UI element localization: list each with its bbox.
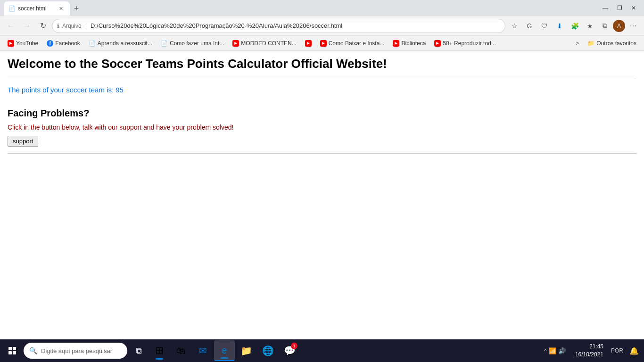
taskbar-app-whatsapp[interactable]: 💬 1 bbox=[279, 340, 300, 361]
bookmark-facebook[interactable]: f Facebook bbox=[43, 39, 84, 48]
title-bar: 📄 soccer.html ✕ + — ❐ ✕ bbox=[0, 0, 644, 16]
volume-icon[interactable]: 🔊 bbox=[558, 347, 566, 354]
bookmark-como-fazer[interactable]: 📄 Como fazer uma Int... bbox=[157, 39, 228, 48]
points-label: The points of your soccer team is: bbox=[8, 86, 114, 94]
title-bar-controls: — ❐ ✕ bbox=[599, 1, 640, 15]
explorer-icon: ⊞ bbox=[155, 345, 164, 357]
language-indicator: POR bbox=[609, 347, 625, 354]
clock-date: 16/10/2021 bbox=[575, 351, 603, 359]
address-separator: | bbox=[85, 22, 87, 29]
files-icon: 📁 bbox=[240, 345, 252, 356]
profile-icon[interactable]: A bbox=[613, 20, 625, 32]
support-button[interactable]: support bbox=[8, 136, 38, 147]
bookmark-aprenda[interactable]: 📄 Aprenda a ressuscit... bbox=[85, 39, 156, 48]
taskbar-right: ^ 📶 🔊 21:45 16/10/2021 POR 🔔 bbox=[540, 341, 641, 360]
edge-icon: e bbox=[222, 345, 227, 356]
back-button[interactable]: ← bbox=[4, 19, 18, 33]
youtube-icon bbox=[434, 40, 441, 47]
start-button[interactable] bbox=[3, 341, 22, 360]
page-heading: Welcome to the Soccer Teams Points Calcu… bbox=[8, 57, 636, 71]
search-placeholder: Digite aqui para pesquisar bbox=[41, 347, 112, 354]
bookmark-label: Biblioteca bbox=[401, 40, 426, 47]
collections-icon[interactable]: G bbox=[522, 19, 537, 33]
bookmark-modded[interactable]: MODDED CONTEN... bbox=[229, 39, 300, 48]
favorites-icon[interactable]: ☆ bbox=[507, 19, 521, 33]
youtube-icon bbox=[232, 40, 239, 47]
windows-icon bbox=[8, 347, 16, 354]
new-tab-button[interactable]: + bbox=[70, 2, 83, 15]
doc-icon: 📄 bbox=[89, 40, 96, 47]
youtube-icon bbox=[320, 40, 327, 47]
web-content: Welcome to the Soccer Teams Points Calcu… bbox=[0, 51, 644, 339]
task-view-button[interactable]: ⧉ bbox=[129, 341, 148, 360]
extensions-icon[interactable]: 🧩 bbox=[568, 19, 582, 33]
nav-right-icons: ☆ G 🛡 ⬇ 🧩 ★ ⧉ A ⋯ bbox=[507, 19, 640, 33]
points-value: 95 bbox=[116, 86, 124, 94]
title-bar-left: 📄 soccer.html ✕ + bbox=[4, 1, 83, 15]
bookmarks-bar: YouTube f Facebook 📄 Aprenda a ressuscit… bbox=[0, 36, 644, 51]
app-indicator bbox=[221, 357, 228, 359]
app-indicator bbox=[156, 358, 163, 360]
tab-favicon: 📄 bbox=[8, 5, 15, 12]
bookmark-label: Como Baixar e Insta... bbox=[329, 40, 385, 47]
bookmark-biblioteca[interactable]: Biblioteca bbox=[389, 39, 429, 48]
bookmark-label: MODDED CONTEN... bbox=[241, 40, 296, 47]
problems-heading: Facing Problems? bbox=[8, 108, 636, 119]
info-icon: ℹ bbox=[57, 23, 59, 29]
bookmark-yt-empty[interactable] bbox=[301, 39, 315, 48]
menu-button[interactable]: ⋯ bbox=[626, 19, 640, 33]
taskbar-app-globe[interactable]: 🌐 bbox=[257, 340, 278, 361]
maximize-button[interactable]: ❐ bbox=[613, 1, 626, 15]
taskbar: 🔍 Digite aqui para pesquisar ⧉ ⊞ 🛍 ✉ e 📁 bbox=[0, 339, 644, 362]
browser-tab[interactable]: 📄 soccer.html ✕ bbox=[4, 1, 70, 16]
refresh-button[interactable]: ↻ bbox=[36, 19, 50, 33]
globe-icon: 🌐 bbox=[262, 345, 274, 356]
youtube-icon bbox=[393, 40, 399, 47]
youtube-icon bbox=[8, 40, 14, 47]
minimize-button[interactable]: — bbox=[599, 1, 612, 15]
close-button[interactable]: ✕ bbox=[627, 1, 640, 15]
shield-icon[interactable]: 🛡 bbox=[537, 19, 552, 33]
bookmark-label: Como fazer uma Int... bbox=[170, 40, 224, 47]
bookmark-label: Aprenda a ressuscit... bbox=[98, 40, 152, 47]
taskbar-search[interactable]: 🔍 Digite aqui para pesquisar bbox=[24, 343, 127, 359]
facebook-icon: f bbox=[47, 40, 53, 47]
forward-button[interactable]: → bbox=[20, 19, 34, 33]
system-tray: ^ 📶 🔊 bbox=[540, 347, 570, 354]
outros-favoritos-button[interactable]: 📁 Outros favoritos bbox=[584, 39, 640, 48]
outros-favoritos-label: Outros favoritos bbox=[596, 40, 636, 47]
taskbar-app-store[interactable]: 🛍 bbox=[171, 340, 191, 361]
download-icon[interactable]: ⬇ bbox=[553, 19, 567, 33]
arquivo-label: Arquivo bbox=[62, 23, 82, 29]
tab-bar: 📄 soccer.html ✕ + bbox=[4, 1, 83, 15]
clock-time: 21:45 bbox=[575, 343, 603, 351]
taskbar-app-mail[interactable]: ✉ bbox=[192, 340, 213, 361]
search-icon: 🔍 bbox=[29, 347, 37, 354]
bookmark-como-baixar[interactable]: Como Baixar e Insta... bbox=[316, 39, 388, 48]
taskbar-app-edge[interactable]: e bbox=[214, 340, 235, 361]
bookmark-label: Facebook bbox=[55, 40, 80, 47]
whatsapp-badge: 1 bbox=[291, 343, 297, 349]
tab-title: soccer.html bbox=[18, 5, 54, 12]
taskbar-app-files[interactable]: 📁 bbox=[236, 340, 256, 361]
bookmark-youtube[interactable]: YouTube bbox=[4, 39, 42, 48]
collections2-icon[interactable]: ⧉ bbox=[598, 19, 612, 33]
notification-button[interactable]: 🔔 bbox=[627, 341, 641, 360]
top-divider bbox=[8, 79, 636, 79]
taskbar-app-explorer[interactable]: ⊞ bbox=[149, 340, 170, 361]
network-icon[interactable]: 📶 bbox=[549, 347, 556, 354]
star-icon[interactable]: ★ bbox=[583, 19, 597, 33]
bookmark-50plus[interactable]: 50+ Reproduzir tod... bbox=[430, 39, 499, 48]
taskbar-app-icons: ⧉ ⊞ 🛍 ✉ e 📁 🌐 💬 1 bbox=[129, 340, 538, 361]
store-icon: 🛍 bbox=[176, 346, 186, 356]
bookmark-label: YouTube bbox=[16, 40, 38, 47]
folder-icon: 📁 bbox=[587, 40, 594, 47]
tab-close-button[interactable]: ✕ bbox=[57, 4, 65, 13]
mail-icon: ✉ bbox=[199, 345, 207, 356]
system-clock[interactable]: 21:45 16/10/2021 bbox=[571, 343, 607, 359]
tray-arrow-icon[interactable]: ^ bbox=[544, 347, 547, 354]
bookmarks-more-button[interactable]: > bbox=[572, 39, 583, 48]
address-bar[interactable]: ℹ Arquivo | D:/Curso%20de%20Lógica%20de%… bbox=[52, 19, 505, 33]
points-text: The points of your soccer team is: 95 bbox=[8, 86, 636, 94]
youtube-icon bbox=[305, 40, 312, 47]
